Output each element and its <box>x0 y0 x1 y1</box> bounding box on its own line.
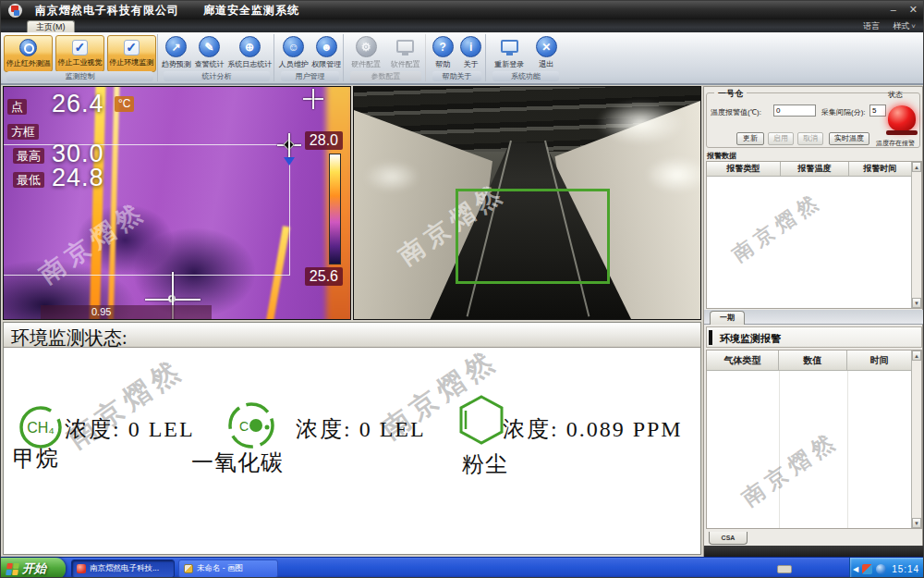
system-log-statistics-button[interactable]: 系统日志统计 <box>227 36 272 69</box>
watermark: 南京熠然 <box>736 424 845 512</box>
column-header[interactable]: 气体类型 <box>707 350 779 371</box>
status-label: 状态 <box>888 90 903 100</box>
threshold-label: 温度报警值(℃): <box>711 107 761 117</box>
tab-csa[interactable]: CSA <box>709 532 748 545</box>
scale-min-value: 25.6 <box>305 267 343 286</box>
env-alarm-header: 环境监测报警 <box>706 326 922 348</box>
scroll-down-icon[interactable]: ▼ <box>912 518 921 528</box>
realtime-temp-button[interactable]: 实时温度 <box>829 132 869 145</box>
alarm-table-body: 南京熠然 <box>707 177 921 309</box>
info-globe-icon <box>460 36 481 57</box>
group-label: 统计分析 <box>164 71 270 81</box>
start-button[interactable]: 开始 <box>1 558 66 578</box>
env-alarm-table-body: 南京熠然 <box>707 371 921 529</box>
button-label: 停止工业视觉 <box>57 57 102 68</box>
gear-icon <box>356 36 377 57</box>
stop-infrared-button[interactable]: 停止红外测温 <box>4 35 53 72</box>
menu-language[interactable]: 语言 <box>863 20 880 32</box>
enable-button[interactable]: 启用 <box>768 132 794 145</box>
title-bar: 南京熠然电子科技有限公司 廊道安全监测系统 – ✕ <box>1 1 924 19</box>
alarm-lamp-icon <box>888 105 916 139</box>
group-label: 帮助关于 <box>432 71 481 81</box>
group-label: 参数配置 <box>350 71 421 81</box>
alarm-status-text: 温度存在报警 <box>876 139 915 148</box>
scroll-up-icon[interactable]: ▲ <box>912 162 921 172</box>
stop-vision-button[interactable]: 停止工业视觉 <box>55 35 104 72</box>
interval-input[interactable] <box>869 105 886 117</box>
software-config-button[interactable]: 软件配置 <box>391 36 420 69</box>
column-header[interactable]: 时间 <box>847 350 912 371</box>
app-window: 南京熠然电子科技有限公司 廊道安全监测系统 – ✕ 主页(M) 语言 样式˅ 停… <box>0 0 924 578</box>
menu-bar: 主页(M) 语言 样式˅ <box>1 19 924 32</box>
checkbox-icon <box>72 40 88 55</box>
checkbox-icon <box>124 40 140 55</box>
system-title: 廊道安全监测系统 <box>203 3 299 18</box>
taskbar: 开始 南京熠然电子科技... 未命名 - 画图 ◀ 15:14 <box>1 557 924 578</box>
column-header[interactable]: 报警类型 <box>707 162 781 177</box>
hardware-config-button[interactable]: 硬件配置 <box>351 36 381 69</box>
taskbar-task-paint[interactable]: 未命名 - 画图 <box>178 560 278 578</box>
column-header[interactable]: 报警温度 <box>781 162 849 177</box>
paint-task-icon <box>184 564 193 573</box>
gas-name: 甲烷 <box>13 444 59 473</box>
scrollbar[interactable]: ▲ ▼ <box>911 162 921 308</box>
header-accent-bar <box>709 330 712 345</box>
ribbon-group-user-management: 人员维护 权限管理 用户管理 <box>277 34 344 81</box>
tray-icon[interactable] <box>876 564 886 574</box>
infrared-icon <box>19 39 37 56</box>
alarm-statistics-button[interactable]: 查警统计 <box>194 36 224 69</box>
alarm-data-label: 报警数据 <box>707 151 736 161</box>
cancel-button[interactable]: 取消 <box>797 132 823 145</box>
gas-readout-area: 南京熠然 南京熠然 CH₄ 甲烷 浓度: 0 LEL C 一氧化碳 浓度: 0 … <box>4 348 700 554</box>
stop-env-monitor-button[interactable]: 停止环境监测 <box>107 35 156 72</box>
thermal-colorbar <box>329 154 341 264</box>
exit-button[interactable]: 退出 <box>536 36 557 69</box>
tray-expand-icon[interactable]: ◀ <box>853 565 858 573</box>
scroll-up-icon[interactable]: ▲ <box>912 350 921 361</box>
update-button[interactable]: 更新 <box>736 132 764 145</box>
about-button[interactable]: 关于 <box>460 36 481 69</box>
permission-management-button[interactable]: 权限管理 <box>311 36 341 69</box>
watermark: 南京熠然 <box>727 187 828 269</box>
dust-hexagon-icon <box>455 392 508 448</box>
scrollbar[interactable]: ▲ ▼ <box>911 350 921 528</box>
trend-icon <box>165 36 187 57</box>
gas-name: 粉尘 <box>462 449 508 479</box>
button-label: 停止红外测温 <box>6 58 51 68</box>
ribbon-group-system-functions: 重新登录 退出 系统功能 <box>489 34 563 81</box>
menu-style[interactable]: 样式˅ <box>893 20 916 32</box>
help-button[interactable]: 帮助 <box>432 36 454 69</box>
clock: 15:14 <box>892 564 919 574</box>
industrial-camera-view: 南京熠然 <box>353 86 701 320</box>
edit-stats-icon <box>199 36 220 57</box>
dock-tab-bar: 一期 <box>704 310 924 325</box>
scroll-down-icon[interactable]: ▼ <box>912 298 921 308</box>
tab-phase-one[interactable]: 一期 <box>710 311 745 325</box>
point-temperature: 26.4 <box>52 90 104 118</box>
close-button[interactable]: ✕ <box>909 4 918 15</box>
monitor-icon <box>396 40 414 53</box>
box-label: 方框 <box>7 124 39 140</box>
threshold-input[interactable] <box>773 105 816 117</box>
group-label: 系统功能 <box>492 71 559 81</box>
personnel-maintain-button[interactable]: 人员维护 <box>279 36 309 69</box>
tab-home[interactable]: 主页(M) <box>27 20 75 32</box>
column-header[interactable]: 数值 <box>779 350 847 371</box>
taskbar-task-app[interactable]: 南京熠然电子科技... <box>71 560 175 578</box>
tray-icon[interactable] <box>862 564 872 574</box>
ime-indicator[interactable] <box>777 565 792 573</box>
ribbon-group-statistics: 趋势预测 查警统计 系统日志统计 统计分析 <box>160 34 274 81</box>
relogin-button[interactable]: 重新登录 <box>494 36 524 69</box>
right-panel: 一号仓 状态 温度报警值(℃): 采集间隔(分): 更新 启用 取消 实时温度 … <box>703 86 923 557</box>
windows-flag-icon <box>6 563 19 575</box>
app-task-icon <box>77 564 86 573</box>
column-header[interactable]: 报警时间 <box>849 162 912 177</box>
minimize-button[interactable]: – <box>891 4 896 15</box>
company-title: 南京熠然电子科技有限公司 <box>35 3 179 18</box>
system-tray: ◀ 15:14 <box>849 558 924 578</box>
max-label: 最高 <box>13 148 44 164</box>
env-status-panel: 环境监测状态: 南京熠然 南京熠然 CH₄ 甲烷 浓度: 0 LEL C 一氧化… <box>3 322 701 555</box>
group-label: 监测控制 <box>6 71 153 81</box>
trend-prediction-button[interactable]: 趋势预测 <box>162 36 191 69</box>
ribbon: 停止红外测温 停止工业视觉 停止环境监测 监测控制 趋势预测 <box>1 32 924 85</box>
